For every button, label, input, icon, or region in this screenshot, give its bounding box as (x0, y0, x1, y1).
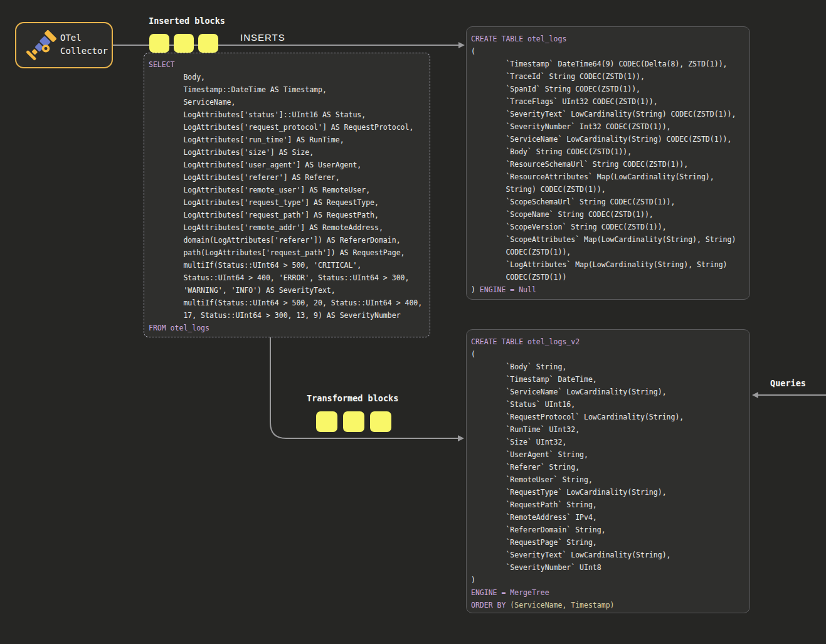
create-table-otel-logs-panel: CREATE TABLE otel_logs( `Timestamp` Date… (466, 26, 750, 300)
data-block (198, 34, 218, 53)
code-line: `ScopeAttributes` Map(LowCardinality(Str… (471, 233, 747, 246)
code-line: LogAttributes['request_type'] AS Request… (149, 196, 427, 209)
code-line: `RequestProtocol` LowCardinality(String)… (471, 411, 747, 423)
code-line: LogAttributes['remote_user'] AS RemoteUs… (149, 184, 427, 196)
code-line: `Body` String, (471, 361, 747, 373)
transformed-blocks-label: Transformed blocks (307, 393, 398, 403)
code-line: multiIf(Status::UInt64 > 500, 20, Status… (149, 297, 427, 309)
code-line: LogAttributes['request_path'] AS Request… (149, 209, 427, 221)
code-line: Body, (149, 71, 427, 83)
code-line: `SeverityNumber` Int32 CODEC(ZSTD(1)), (471, 120, 747, 133)
code-line: FROM otel_logs (149, 322, 427, 334)
code-line: multiIf(Status::UInt64 > 500, 'CRITICAL'… (149, 259, 427, 272)
code-line: `ResourceAttributes` Map(LowCardinality(… (471, 171, 747, 183)
create-table-otel-logs-code: CREATE TABLE otel_logs( `Timestamp` Date… (467, 27, 749, 296)
code-line: `Size` UInt32, (471, 436, 747, 448)
queries-label: Queries (770, 378, 806, 388)
data-block (149, 34, 169, 53)
code-line: `SeverityText` LowCardinality(String), (471, 549, 747, 561)
code-line: domain(LogAttributes['referer']) AS Refe… (149, 234, 427, 246)
code-line: `RunTime` UInt32, (471, 423, 747, 436)
inserts-label: INSERTS (240, 32, 285, 43)
code-line: LogAttributes['remote_addr'] AS RemoteAd… (149, 221, 427, 234)
code-line: `SpanId` String CODEC(ZSTD(1)), (471, 83, 747, 95)
code-line: CREATE TABLE otel_logs_v2 (471, 335, 747, 348)
code-line: `UserAgent` String, (471, 448, 747, 461)
transformed-blocks-group (316, 411, 391, 432)
code-line: `RequestPage` String, (471, 536, 747, 549)
otel-collector-label-line1: OTel (60, 31, 108, 45)
code-line: `LogAttributes` Map(LowCardinality(Strin… (471, 258, 747, 271)
create-table-otel-logs-v2-panel: CREATE TABLE otel_logs_v2( `Body` String… (466, 329, 750, 613)
code-line: CODEC(ZSTD(1)) (471, 271, 747, 283)
code-line: `TraceFlags` UInt32 CODEC(ZSTD(1)), (471, 95, 747, 108)
code-line: 'WARNING', 'INFO') AS SeverityText, (149, 284, 427, 297)
code-line: LogAttributes['user_agent'] AS UserAgent… (149, 159, 427, 171)
code-line: `ServiceName` LowCardinality(String) COD… (471, 133, 747, 145)
code-line: Status::UInt64 > 400, 'ERROR', Status::U… (149, 272, 427, 284)
create-table-otel-logs-v2-code: CREATE TABLE otel_logs_v2( `Body` String… (467, 330, 749, 611)
code-line: `RequestType` LowCardinality(String), (471, 486, 747, 499)
code-line: `ServiceName` LowCardinality(String), (471, 386, 747, 398)
select-query-panel: SELECT Body, Timestamp::DateTime AS Time… (144, 53, 430, 337)
queries-arrow (752, 392, 826, 398)
code-line: LogAttributes['status']::UInt16 AS Statu… (149, 108, 427, 121)
code-line: ORDER BY (ServiceName, Timestamp) (471, 599, 747, 611)
code-line: ) ENGINE = Null (471, 283, 747, 296)
otel-collector-label-line2: Collector (60, 45, 108, 58)
data-block (343, 411, 364, 432)
code-line: `Timestamp` DateTime64(9) CODEC(Delta(8)… (471, 58, 747, 70)
code-line: `Status` UInt16, (471, 398, 747, 411)
data-block (316, 411, 337, 432)
code-line: path(LogAttributes['request_path']) AS R… (149, 246, 427, 259)
code-line: `SeverityText` LowCardinality(String) CO… (471, 108, 747, 120)
otel-collector-node: OTel Collector (15, 22, 113, 68)
data-block (370, 411, 391, 432)
code-line: `ScopeName` String CODEC(ZSTD(1)), (471, 208, 747, 221)
code-line: `ResourceSchemaUrl` String CODEC(ZSTD(1)… (471, 158, 747, 171)
code-line: `RemoteUser` String, (471, 473, 747, 486)
code-line: ServiceName, (149, 96, 427, 108)
code-line: `RefererDomain` String, (471, 524, 747, 536)
code-line: LogAttributes['size'] AS Size, (149, 146, 427, 159)
select-query-code: SELECT Body, Timestamp::DateTime AS Time… (144, 53, 430, 334)
code-line: `ScopeVersion` String CODEC(ZSTD(1)), (471, 221, 747, 233)
code-line: Timestamp::DateTime AS Timestamp, (149, 83, 427, 96)
code-line: LogAttributes['request_protocol'] AS Req… (149, 121, 427, 134)
code-line: LogAttributes['run_time'] AS RunTime, (149, 134, 427, 146)
code-line: `RemoteAddress` IPv4, (471, 511, 747, 524)
code-line: ENGINE = MergeTree (471, 586, 747, 599)
code-line: String) CODEC(ZSTD(1)), (471, 183, 747, 196)
code-line: `Timestamp` DateTime, (471, 373, 747, 386)
inserted-blocks-label: Inserted blocks (149, 16, 225, 26)
code-line: 17, Status::UInt64 > 300, 13, 9) AS Seve… (149, 309, 427, 322)
telescope-icon (25, 29, 58, 61)
inserted-blocks-group (149, 34, 218, 53)
data-block (174, 34, 194, 53)
code-line: LogAttributes['referer'] AS Referer, (149, 171, 427, 184)
code-line: ( (471, 348, 747, 361)
code-line: CREATE TABLE otel_logs (471, 33, 747, 45)
code-line: `Referer` String, (471, 461, 747, 473)
code-line: `RequestPath` String, (471, 499, 747, 511)
code-line: `ScopeSchemaUrl` String CODEC(ZSTD(1)), (471, 196, 747, 208)
code-line: CODEC(ZSTD(1)), (471, 246, 747, 258)
code-line: SELECT (149, 58, 427, 71)
code-line: ( (471, 45, 747, 58)
code-line: ) (471, 574, 747, 586)
code-line: `SeverityNumber` UInt8 (471, 561, 747, 574)
diagram-canvas: SELECT Body, Timestamp::DateTime AS Time… (0, 0, 826, 644)
code-line: `TraceId` String CODEC(ZSTD(1)), (471, 70, 747, 83)
code-line: `Body` String CODEC(ZSTD(1)), (471, 145, 747, 158)
